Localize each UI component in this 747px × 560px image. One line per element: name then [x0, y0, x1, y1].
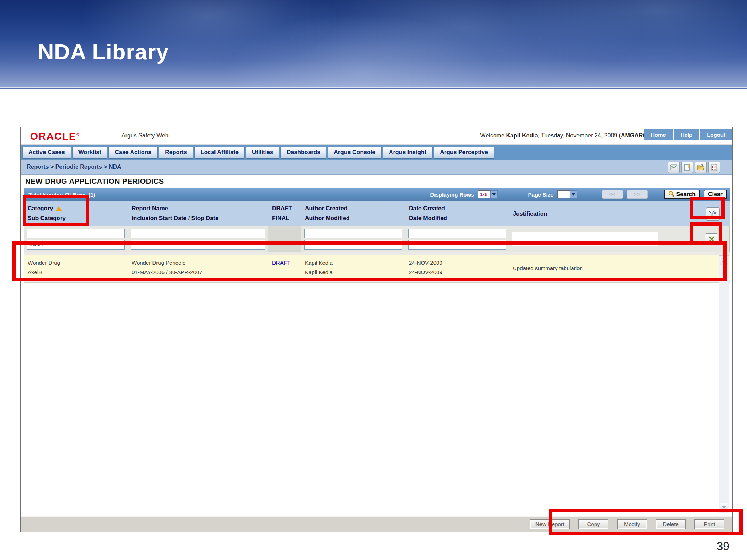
breadcrumb-bar: Reports > Periodic Reports > NDA — [21, 160, 732, 175]
oracle-logo: ORACLE® — [30, 131, 80, 142]
registered-mark: ® — [76, 132, 80, 137]
tab-local-affiliate[interactable]: Local Affiliate — [194, 147, 245, 158]
prev-page-button[interactable]: << — [602, 190, 623, 199]
product-name: Argus Safety Web — [121, 132, 169, 139]
page-title-row: NEW DRUG APPLICATION PERIODICS — [21, 175, 732, 188]
app-window: ORACLE® Argus Safety Web Welcome Kapil K… — [20, 127, 733, 532]
slide-title: NDA Library — [38, 39, 169, 65]
tab-reports[interactable]: Reports — [159, 147, 193, 158]
column-header-justification[interactable]: Justification — [509, 201, 693, 226]
column-header-draft-final[interactable]: DRAFT FINAL — [268, 201, 301, 226]
tab-argus-console[interactable]: Argus Console — [328, 147, 382, 158]
welcome-date: , Tuesday, November 24, 2009 — [538, 132, 619, 139]
slide: NDA Library ORACLE® Argus Safety Web Wel… — [0, 0, 747, 560]
annotation-box-action-buttons — [549, 509, 743, 535]
tab-worklist[interactable]: Worklist — [72, 147, 108, 158]
logout-button[interactable]: Logout — [700, 129, 732, 140]
results-grid: Total Number Of Rows (1) Displaying Rows… — [24, 188, 730, 515]
column-headers: Category Sub Category Report Name Inclus… — [24, 201, 730, 226]
author-created-filter-input[interactable] — [304, 229, 402, 238]
tab-dashboards[interactable]: Dashboards — [280, 147, 326, 158]
vertical-scrollbar[interactable] — [719, 255, 729, 513]
app-top-bar: ORACLE® Argus Safety Web Welcome Kapil K… — [21, 127, 732, 145]
oracle-logo-text: ORACLE — [30, 131, 76, 142]
annotation-box-filter-icon — [690, 197, 725, 219]
breadcrumb: Reports > Periodic Reports > NDA — [27, 164, 121, 170]
next-page-button[interactable]: >> — [627, 190, 648, 199]
email-icon[interactable] — [668, 162, 680, 173]
grid-header-controls: Displaying Rows 1-1 Page Size 50 << >> — [430, 190, 727, 199]
column-header-report-name[interactable]: Report Name Inclusion Start Date / Stop … — [128, 201, 268, 226]
page-title: NEW DRUG APPLICATION PERIODICS — [25, 177, 164, 186]
new-report-icon[interactable] — [681, 162, 693, 173]
page-size-value: 50 — [557, 190, 570, 198]
welcome-user: Kapil Kedia — [506, 132, 538, 139]
tab-argus-perceptive[interactable]: Argus Perceptive — [434, 147, 494, 158]
date-created-filter-input[interactable] — [408, 229, 506, 238]
help-button[interactable]: Help — [674, 129, 700, 140]
column-header-date[interactable]: Date Created Date Modified — [405, 201, 509, 226]
slide-header: NDA Library — [0, 0, 747, 89]
grid-header-bar: Total Number Of Rows (1) Displaying Rows… — [24, 188, 730, 201]
chevron-down-icon — [570, 190, 577, 198]
toolbar-icons — [668, 162, 720, 173]
column-header-author[interactable]: Author Created Author Modified — [301, 201, 405, 226]
page-size-select[interactable]: 50 — [557, 190, 577, 198]
report-name-filter-input[interactable] — [131, 229, 265, 238]
open-folder-icon[interactable] — [695, 162, 707, 173]
welcome-text: Welcome Kapil Kedia, Tuesday, November 2… — [480, 132, 656, 139]
annotation-box-data-row — [12, 241, 727, 281]
tab-case-actions[interactable]: Case Actions — [108, 147, 158, 158]
displaying-rows-label: Displaying Rows — [430, 191, 474, 198]
displaying-rows-select[interactable]: 1-1 — [478, 190, 498, 198]
tab-argus-insight[interactable]: Argus Insight — [383, 147, 433, 158]
category-filter-input[interactable] — [27, 229, 125, 238]
slide-page-number: 39 — [716, 540, 729, 553]
tab-active-cases[interactable]: Active Cases — [22, 147, 71, 158]
list-icon[interactable] — [708, 162, 720, 173]
search-icon — [668, 191, 674, 198]
displaying-rows-value: 1-1 — [478, 190, 490, 198]
home-button[interactable]: Home — [644, 129, 673, 140]
annotation-box-clear-filter-icon — [690, 222, 722, 244]
main-nav-bar: Active Cases Worklist Case Actions Repor… — [21, 145, 732, 160]
annotation-box-category-header — [23, 195, 89, 226]
page-size-label: Page Size — [528, 191, 554, 198]
welcome-prefix: Welcome — [480, 132, 506, 139]
session-buttons: Home Help Logout — [643, 129, 732, 140]
tab-utilities[interactable]: Utilities — [246, 147, 279, 158]
chevron-down-icon — [490, 190, 498, 198]
